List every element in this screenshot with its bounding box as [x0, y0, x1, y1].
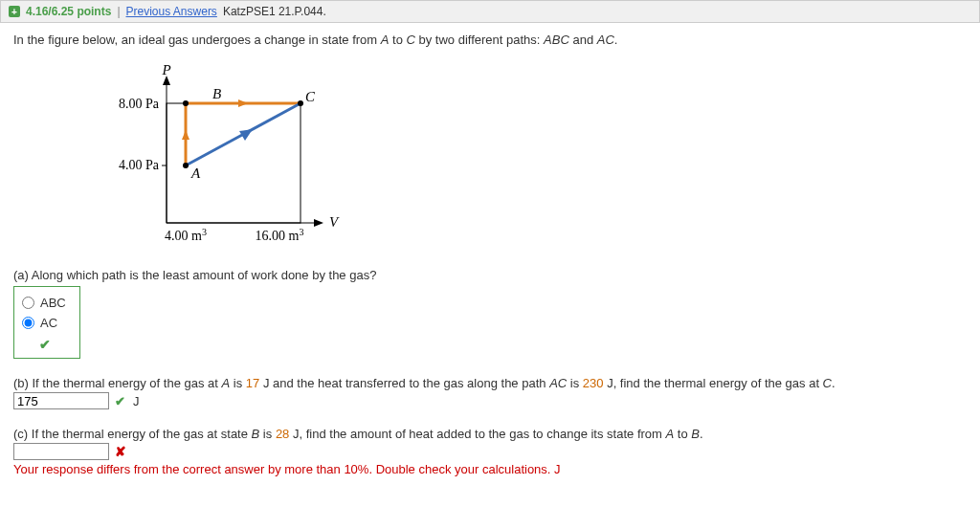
- v-axis-label: V: [329, 214, 340, 230]
- x-tick-16: 16.00 m3: [256, 227, 304, 243]
- option-ac[interactable]: AC: [22, 313, 66, 333]
- check-icon: ✔: [39, 337, 66, 352]
- svg-marker-3: [314, 219, 323, 227]
- point-c-label: C: [305, 89, 316, 104]
- value-17: 17: [246, 376, 259, 390]
- part-a-answer-box: ABC AC ✔: [13, 286, 80, 359]
- separator: |: [117, 5, 120, 18]
- point-a-label: A: [190, 165, 201, 181]
- question-reference: KatzPSE1 21.P.044.: [223, 5, 326, 18]
- svg-point-14: [298, 100, 303, 106]
- option-abc-label: ABC: [40, 296, 66, 310]
- part-a: (a) Along which path is the least amount…: [13, 268, 967, 359]
- option-ac-label: AC: [40, 316, 57, 330]
- pv-diagram: P V B C A 8.00 Pa 4.00 Pa 4.00 m3 16.00 …: [71, 60, 967, 254]
- part-c-question: (c) If the thermal energy of the gas at …: [13, 427, 967, 441]
- part-b-question: (b) If the thermal energy of the gas at …: [13, 376, 967, 390]
- question-body: In the figure below, an ideal gas underg…: [0, 23, 980, 503]
- part-b-input[interactable]: [13, 392, 109, 409]
- part-b: (b) If the thermal energy of the gas at …: [13, 376, 967, 409]
- problem-statement: In the figure below, an ideal gas underg…: [13, 33, 967, 47]
- radio-abc[interactable]: [22, 297, 34, 309]
- svg-marker-9: [238, 99, 248, 107]
- part-c-input[interactable]: [13, 443, 109, 460]
- point-b-label: B: [212, 86, 221, 101]
- part-b-input-row: ✔ J: [13, 392, 967, 409]
- points-display: 4.16/6.25 points: [26, 5, 111, 18]
- radio-ac[interactable]: [22, 317, 34, 329]
- check-icon: ✔: [115, 394, 125, 408]
- y-tick-8: 8.00 Pa: [119, 97, 160, 111]
- value-28: 28: [276, 427, 289, 441]
- previous-answers-link[interactable]: Previous Answers: [126, 5, 217, 18]
- unit-j: J: [133, 394, 140, 408]
- part-c-input-row: ✘: [13, 443, 967, 460]
- part-c-feedback: Your response differs from the correct a…: [13, 462, 967, 476]
- svg-point-12: [183, 163, 189, 168]
- option-abc[interactable]: ABC: [22, 293, 66, 313]
- part-a-question: (a) Along which path is the least amount…: [13, 268, 967, 282]
- p-axis-label: P: [161, 62, 170, 77]
- value-230: 230: [583, 376, 604, 390]
- question-header: + 4.16/6.25 points | Previous Answers Ka…: [0, 0, 980, 23]
- expand-icon[interactable]: +: [9, 6, 20, 17]
- part-c: (c) If the thermal energy of the gas at …: [13, 427, 967, 476]
- svg-marker-7: [182, 130, 189, 140]
- x-icon: ✘: [115, 444, 126, 459]
- svg-point-13: [183, 100, 189, 106]
- x-tick-4: 4.00 m3: [165, 227, 207, 243]
- y-tick-4: 4.00 Pa: [119, 158, 160, 172]
